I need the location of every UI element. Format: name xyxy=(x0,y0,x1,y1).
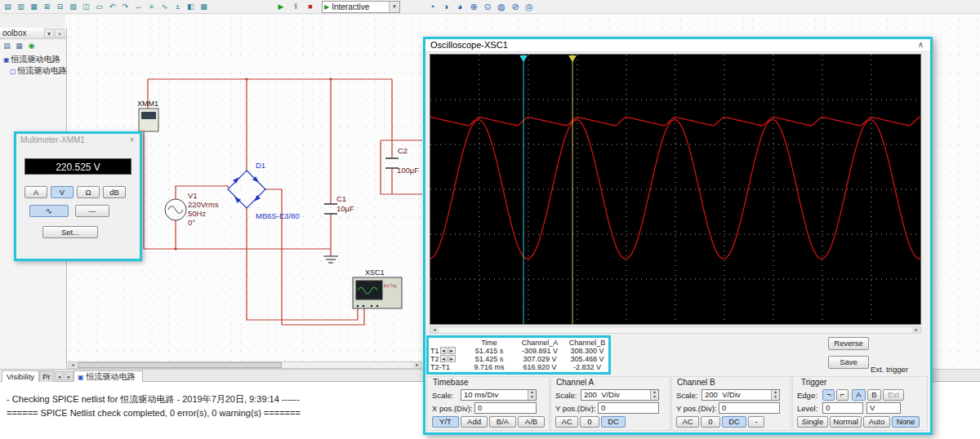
auto-button[interactable]: Auto xyxy=(863,416,890,428)
timebase-scale-input[interactable]: 10 ms/Div▲▼ xyxy=(461,389,537,401)
t2-channel-a: 307.029 V xyxy=(514,355,566,363)
analysis-icon[interactable]: ◔ xyxy=(426,1,438,12)
chevron-down-icon[interactable]: ▼ xyxy=(389,2,399,12)
tab-scroll-right-icon[interactable]: ▸ xyxy=(65,371,74,380)
analysis-icon[interactable]: ⊕ xyxy=(468,1,479,12)
scrollbar-thumb[interactable] xyxy=(78,362,282,368)
status-line-2: ====== SPICE Netlist check completed, 0 … xyxy=(7,408,301,418)
collapse-icon[interactable]: ∧ xyxy=(918,40,924,49)
scroll-left-icon[interactable]: ◂ xyxy=(430,327,439,333)
pin-icon[interactable]: ▾ xyxy=(44,29,54,38)
scope-display-svg[interactable] xyxy=(430,55,920,324)
toolbar-icon[interactable]: ↔ xyxy=(132,1,145,12)
ab-button[interactable]: A/B xyxy=(518,416,545,428)
close-icon[interactable]: × xyxy=(127,135,137,145)
dc-mode-button[interactable]: — xyxy=(75,205,109,217)
scope-scrollbar[interactable]: ◂ ▸ xyxy=(430,326,921,334)
toolbar-icon[interactable]: ◧ xyxy=(185,1,197,12)
trigger-ext-button[interactable]: Ext xyxy=(883,389,904,401)
ac-mode-button[interactable]: ∿ xyxy=(29,205,69,217)
scroll-right-icon[interactable]: ▸ xyxy=(912,327,920,333)
analysis-icon[interactable]: ◎ xyxy=(523,1,535,12)
trigger-b-button[interactable]: B xyxy=(867,389,881,401)
none-button[interactable]: None xyxy=(892,416,920,428)
toolbar-icon[interactable]: ≡ xyxy=(145,1,158,12)
t1-cursor-right-button[interactable]: ► xyxy=(448,347,456,354)
tab-visibility[interactable]: Visibility xyxy=(2,370,39,382)
channel-b-minus-button[interactable]: - xyxy=(748,416,764,428)
set-button[interactable]: Set... xyxy=(42,226,98,238)
single-button[interactable]: Single xyxy=(797,416,828,428)
channel-a-dc-button[interactable]: DC xyxy=(601,416,626,428)
toolbox-icon[interactable]: ◉ xyxy=(26,41,37,51)
yt-button[interactable]: Y/T xyxy=(432,416,459,428)
channel-b-scale-input[interactable]: 200 V/Div▲▼ xyxy=(702,389,780,401)
run-simulation-button[interactable]: ▶ xyxy=(275,1,287,12)
pause-simulation-button[interactable]: ‖ xyxy=(290,1,301,12)
add-button[interactable]: Add xyxy=(461,416,488,428)
save-button[interactable]: Save xyxy=(828,356,869,369)
channel-a-ac-button[interactable]: AC xyxy=(555,416,578,428)
toolbar-icon[interactable]: ▩ xyxy=(198,1,210,12)
close-icon[interactable]: × xyxy=(55,29,65,38)
toolbox-icon[interactable]: ▤ xyxy=(2,41,12,51)
channel-a-ypos-input[interactable]: 0 xyxy=(598,402,659,414)
channel-a-zero-button[interactable]: 0 xyxy=(580,416,599,428)
tab-project[interactable]: Pr xyxy=(39,370,54,382)
db-button[interactable]: dB xyxy=(103,186,126,198)
stop-simulation-button[interactable]: ■ xyxy=(305,1,316,12)
tree-item-design-root[interactable]: ▣恒流驱动电路 xyxy=(3,54,65,64)
ammeter-button[interactable]: A xyxy=(24,186,47,198)
spinner-icon[interactable]: ▲▼ xyxy=(650,390,658,400)
toolbar-icon[interactable]: ▥ xyxy=(15,1,27,12)
scroll-right-icon[interactable]: ▸ xyxy=(413,362,421,368)
t1-cursor-left-button[interactable]: ◄ xyxy=(440,347,448,354)
spinner-icon[interactable]: ▲▼ xyxy=(528,390,536,400)
toolbox-icon[interactable]: ▦ xyxy=(14,41,24,51)
toolbar-icon[interactable]: ▦ xyxy=(28,1,40,12)
channel-a-scale-input[interactable]: 200 V/Div▲▼ xyxy=(581,389,659,401)
toolbar-icon[interactable]: ⊟ xyxy=(54,1,66,12)
timebase-xpos-input[interactable]: 0 xyxy=(474,402,537,414)
sim-controls: ▶ ‖ ■ xyxy=(275,1,316,12)
design-tab[interactable]: ▣恒流驱动电路 xyxy=(74,370,143,382)
ohmmeter-button[interactable]: Ω xyxy=(77,186,100,198)
trigger-level-input[interactable]: 0 xyxy=(822,402,863,414)
toolbar-icon[interactable]: ↶ xyxy=(106,1,118,12)
trigger-level-unit-select[interactable]: V xyxy=(866,402,901,414)
toolbar-icon[interactable]: ∿ xyxy=(158,1,171,12)
trigger-a-button[interactable]: A xyxy=(852,389,866,401)
ba-button[interactable]: B/A xyxy=(489,416,516,428)
channel-b-ac-button[interactable]: AC xyxy=(676,416,699,428)
analysis-icon[interactable]: ⊙ xyxy=(482,1,493,12)
analysis-icon[interactable]: ◕ xyxy=(454,1,466,12)
scope-display[interactable] xyxy=(430,54,921,325)
channel-b-ypos-input[interactable]: 0 xyxy=(719,402,780,414)
analysis-icon[interactable]: ⊘ xyxy=(510,1,521,12)
toolbar-icon[interactable]: ⊞ xyxy=(41,1,53,12)
spinner-icon[interactable]: ▲▼ xyxy=(771,390,779,400)
tree-item-design-sheet[interactable]: ▢恒流驱动电路 xyxy=(10,65,72,76)
canvas-horizontal-scrollbar[interactable]: ◂ ▸ xyxy=(68,361,422,369)
falling-edge-button[interactable]: ⌐ xyxy=(836,389,849,401)
analysis-icon[interactable]: ◑ xyxy=(440,1,452,12)
channel-b-dc-button[interactable]: DC xyxy=(722,416,746,428)
t2-cursor-left-button[interactable]: ◄ xyxy=(440,355,448,362)
scroll-left-icon[interactable]: ◂ xyxy=(69,362,77,368)
toolbar-icon[interactable]: ▭ xyxy=(93,1,105,12)
t2-cursor-right-button[interactable]: ► xyxy=(448,355,456,362)
reverse-button[interactable]: Reverse xyxy=(828,337,869,350)
rising-edge-button[interactable]: ⌐ xyxy=(822,389,835,401)
voltmeter-button[interactable]: V xyxy=(51,186,74,198)
toolbar-icon[interactable]: ▤ xyxy=(2,1,14,12)
toolbar-icon[interactable]: ↷ xyxy=(119,1,131,12)
normal-button[interactable]: Normal xyxy=(830,416,862,428)
toolbar-icon[interactable]: ± xyxy=(172,1,184,12)
interactive-dropdown[interactable]: ▶ Interactive ▼ xyxy=(322,1,400,13)
toolbar-icon[interactable]: ▧ xyxy=(67,1,79,12)
tab-scroll-left-icon[interactable]: ◂ xyxy=(55,371,64,380)
toolbar-icon[interactable]: ◫ xyxy=(80,1,92,12)
oscilloscope-title[interactable]: Oscilloscope-XSC1 xyxy=(425,39,930,52)
channel-b-zero-button[interactable]: 0 xyxy=(701,416,720,428)
analysis-icon[interactable]: ◍ xyxy=(496,1,507,12)
